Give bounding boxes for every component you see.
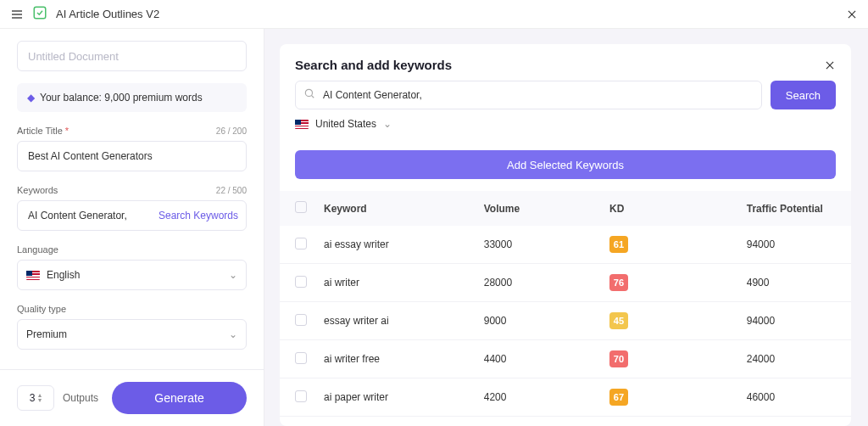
- sidebar: ◆ Your balance: 9,000 premium words Arti…: [0, 29, 264, 426]
- keyword-search-input[interactable]: [295, 81, 762, 109]
- table-row: ai writer28000764900: [280, 264, 851, 302]
- cell-volume: 33000: [476, 226, 601, 264]
- cell-keyword: ai writer: [315, 264, 476, 302]
- row-checkbox[interactable]: [295, 352, 307, 364]
- document-title-input[interactable]: [17, 41, 247, 71]
- article-title-label: Article Title: [17, 126, 69, 136]
- cell-keyword: ai writer free: [315, 340, 476, 378]
- quality-value: Premium: [26, 328, 67, 340]
- stepper-down-icon[interactable]: ▾: [38, 398, 42, 403]
- cell-volume: 4200: [476, 417, 601, 427]
- article-title-input[interactable]: [17, 141, 247, 171]
- table-row: ai story writer42005912000: [280, 417, 851, 427]
- table-row: ai essay writer330006194000: [280, 226, 851, 264]
- cell-keyword: ai story writer: [315, 417, 476, 427]
- page-title: AI Article Outlines V2: [56, 8, 159, 20]
- flag-us-icon: [295, 120, 309, 129]
- app-logo-icon: [32, 5, 47, 24]
- table-row: ai paper writer42006746000: [280, 378, 851, 417]
- country-select[interactable]: United States ⌄: [295, 118, 836, 130]
- language-label: Language: [17, 244, 58, 255]
- cell-keyword: ai paper writer: [315, 378, 476, 417]
- add-selected-button[interactable]: Add Selected Keywords: [295, 150, 836, 179]
- search-button[interactable]: Search: [771, 81, 836, 109]
- cell-traffic: 12000: [738, 417, 851, 427]
- menu-icon[interactable]: [10, 8, 24, 21]
- cell-kd: 59: [601, 417, 738, 427]
- table-row: ai writer free44007024000: [280, 340, 851, 378]
- row-checkbox[interactable]: [295, 314, 307, 326]
- topbar: AI Article Outlines V2: [0, 0, 868, 29]
- flag-us-icon: [26, 271, 40, 280]
- svg-rect-3: [34, 7, 46, 19]
- svg-point-8: [305, 89, 312, 96]
- close-icon[interactable]: [846, 8, 858, 20]
- generate-button[interactable]: Generate: [112, 382, 247, 414]
- keywords-table-scroll[interactable]: Keyword Volume KD Traffic Potential ai e…: [280, 191, 851, 426]
- outputs-value: 3: [30, 392, 36, 404]
- outputs-stepper[interactable]: 3 ▴ ▾: [17, 385, 54, 411]
- chevron-down-icon: ⌄: [229, 328, 237, 340]
- cell-kd: 61: [601, 226, 738, 264]
- quality-label: Quality type: [17, 304, 66, 314]
- cell-keyword: ai essay writer: [315, 226, 476, 264]
- cell-traffic: 4900: [738, 264, 851, 302]
- chevron-down-icon: ⌄: [229, 269, 237, 281]
- cell-keyword: essay writer ai: [315, 302, 476, 340]
- language-value: English: [47, 269, 80, 281]
- sidebar-footer: 3 ▴ ▾ Outputs Generate: [0, 369, 264, 426]
- keywords-table: Keyword Volume KD Traffic Potential ai e…: [280, 191, 851, 426]
- cell-volume: 28000: [476, 264, 601, 302]
- cell-kd: 70: [601, 340, 738, 378]
- panel-title: Search and add keywords: [295, 58, 452, 72]
- svg-line-9: [311, 95, 314, 98]
- cell-traffic: 94000: [738, 302, 851, 340]
- language-select[interactable]: English ⌄: [17, 260, 247, 290]
- country-value: United States: [315, 118, 376, 130]
- cell-kd: 76: [601, 264, 738, 302]
- row-checkbox[interactable]: [295, 390, 307, 402]
- keywords-counter: 22 / 500: [216, 186, 247, 195]
- chevron-down-icon: ⌄: [383, 118, 392, 130]
- keywords-panel: Search and add keywords Search: [280, 44, 851, 426]
- keywords-label: Keywords: [17, 185, 58, 195]
- search-keywords-link[interactable]: Search Keywords: [159, 210, 238, 221]
- row-checkbox[interactable]: [295, 238, 307, 249]
- cell-volume: 4400: [476, 340, 601, 378]
- cell-kd: 67: [601, 378, 738, 417]
- col-keyword: Keyword: [315, 191, 476, 226]
- cell-volume: 4200: [476, 378, 601, 417]
- article-title-counter: 26 / 200: [216, 126, 247, 136]
- col-kd: KD: [601, 191, 738, 226]
- balance-banner: ◆ Your balance: 9,000 premium words: [17, 83, 247, 112]
- table-row: essay writer ai90004594000: [280, 302, 851, 340]
- cell-kd: 45: [601, 302, 738, 340]
- outputs-label: Outputs: [63, 392, 98, 404]
- col-volume: Volume: [476, 191, 601, 226]
- cell-traffic: 94000: [738, 226, 851, 264]
- cell-volume: 9000: [476, 302, 601, 340]
- bolt-icon: ◆: [27, 92, 35, 104]
- search-icon: [303, 87, 315, 103]
- quality-select[interactable]: Premium ⌄: [17, 319, 247, 350]
- row-checkbox[interactable]: [295, 276, 307, 288]
- select-all-checkbox[interactable]: [295, 201, 307, 213]
- panel-close-icon[interactable]: [824, 59, 836, 71]
- cell-traffic: 46000: [738, 378, 851, 417]
- col-traffic: Traffic Potential: [738, 191, 851, 226]
- cell-traffic: 24000: [738, 340, 851, 378]
- balance-text: Your balance: 9,000 premium words: [40, 92, 203, 104]
